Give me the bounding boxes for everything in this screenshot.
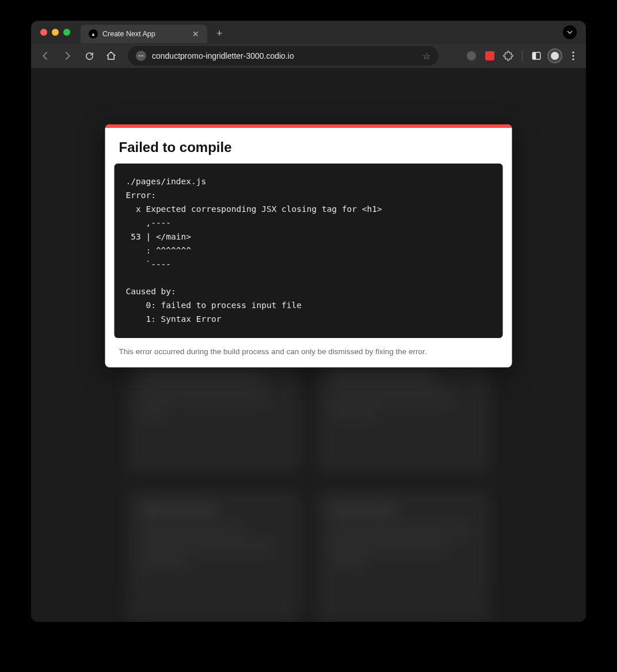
close-tab-button[interactable]: ✕ xyxy=(192,30,199,38)
url-text: conductpromo-ingridletter-3000.codio.io xyxy=(152,51,417,60)
error-code-block[interactable]: ./pages/index.js Error: x Expected corre… xyxy=(115,164,503,338)
home-button[interactable] xyxy=(101,46,121,66)
profile-avatar[interactable] xyxy=(547,48,563,64)
window-zoom-button[interactable] xyxy=(63,29,70,36)
background-card xyxy=(317,490,490,622)
background-card xyxy=(127,490,300,622)
compile-error-overlay: Failed to compile ./pages/index.js Error… xyxy=(105,124,512,367)
side-panel-icon[interactable] xyxy=(528,48,544,64)
menu-kebab-icon[interactable] xyxy=(565,48,581,64)
toolbar-right xyxy=(463,48,581,64)
window-minimize-button[interactable] xyxy=(52,29,59,36)
reload-button[interactable] xyxy=(79,46,99,66)
tab-title: Create Next App xyxy=(102,30,188,38)
svg-point-5 xyxy=(572,55,574,56)
site-info-icon[interactable] xyxy=(136,51,146,61)
error-header: Failed to compile xyxy=(105,128,512,164)
error-footer-text: This error occurred during the build pro… xyxy=(105,347,512,367)
window-close-button[interactable] xyxy=(40,29,47,36)
error-title: Failed to compile xyxy=(119,139,498,155)
background-card xyxy=(317,356,490,473)
toolbar-divider xyxy=(522,50,523,62)
nextjs-favicon-icon xyxy=(89,29,98,39)
title-bar: Create Next App ✕ + xyxy=(31,21,586,44)
traffic-lights xyxy=(40,29,70,36)
browser-toolbar: conductpromo-ingridletter-3000.codio.io … xyxy=(31,44,586,68)
new-tab-button[interactable]: + xyxy=(212,28,227,40)
svg-point-4 xyxy=(572,51,574,53)
extension-icon-1[interactable] xyxy=(463,48,479,64)
address-bar[interactable]: conductpromo-ingridletter-3000.codio.io … xyxy=(128,46,439,66)
extension-icon-2[interactable] xyxy=(482,48,498,64)
back-button[interactable] xyxy=(36,46,55,66)
svg-rect-3 xyxy=(532,52,536,59)
browser-window: Create Next App ✕ + conductpromo-ingridl… xyxy=(31,21,586,622)
browser-tab[interactable]: Create Next App ✕ xyxy=(81,25,207,43)
forward-button[interactable] xyxy=(58,46,77,66)
page-content: Failed to compile ./pages/index.js Error… xyxy=(31,68,586,622)
tab-overflow-button[interactable] xyxy=(563,25,577,39)
background-card xyxy=(127,356,300,473)
bookmark-star-icon[interactable]: ☆ xyxy=(422,51,431,62)
svg-point-6 xyxy=(572,58,574,60)
extensions-puzzle-icon[interactable] xyxy=(500,48,516,64)
